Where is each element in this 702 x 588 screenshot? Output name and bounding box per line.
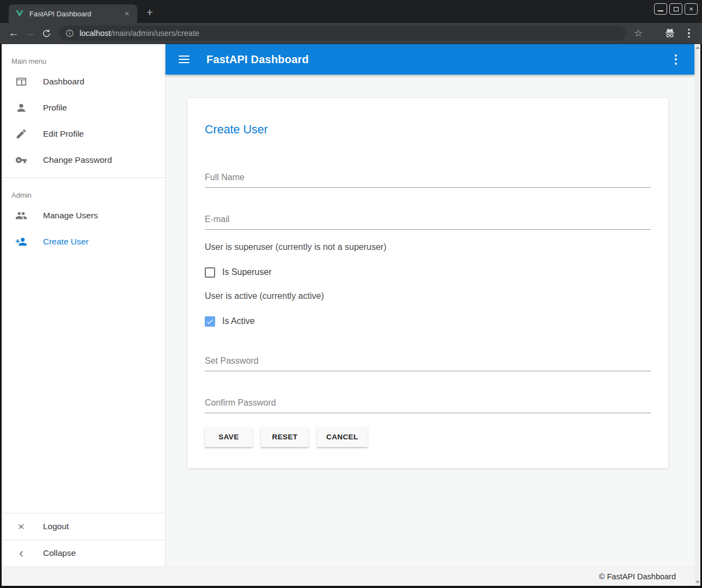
browser-toolbar: ← → localhost/main/admin/users/create ☆ <box>0 23 702 44</box>
incognito-icon <box>662 25 678 41</box>
main-area: FastAPI Dashboard Create User User is su… <box>166 44 694 566</box>
maximize-button[interactable] <box>669 3 682 15</box>
form-buttons: SAVE RESET CANCEL <box>205 427 651 447</box>
full-name-field-wrap <box>205 169 651 188</box>
checkmark-icon <box>206 317 214 326</box>
superuser-checkbox[interactable] <box>205 267 215 278</box>
forward-button[interactable]: → <box>22 25 38 41</box>
sidebar-item-label: Profile <box>43 103 67 113</box>
sidebar-section-admin: Admin <box>2 178 165 203</box>
appbar-menu-icon[interactable] <box>665 54 687 65</box>
people-icon <box>15 209 28 222</box>
browser-menu-icon[interactable] <box>681 29 697 38</box>
reset-button[interactable]: RESET <box>261 427 309 447</box>
url-text: localhost/main/admin/users/create <box>80 29 199 38</box>
superuser-hint: User is superuser (currently is not a su… <box>205 242 651 252</box>
sidebar-item-label: Create User <box>43 237 89 247</box>
sidebar-section-main-menu: Main menu <box>2 44 165 69</box>
person-icon <box>15 101 28 114</box>
sidebar-item-profile[interactable]: Profile <box>2 95 165 121</box>
app-title: FastAPI Dashboard <box>206 53 309 66</box>
sidebar-item-logout[interactable]: × Logout <box>2 513 165 540</box>
sidebar-item-change-password[interactable]: Change Password <box>2 147 165 173</box>
sidebar-item-manage-users[interactable]: Manage Users <box>2 203 165 229</box>
url-path: /main/admin/users/create <box>111 29 199 38</box>
page-footer: © FastAPI Dashboard <box>2 566 694 586</box>
sidebar-item-label: Collapse <box>43 548 76 558</box>
active-hint: User is active (currently active) <box>205 291 651 301</box>
person-add-icon <box>15 235 28 248</box>
sidebar-item-edit-profile[interactable]: Edit Profile <box>2 121 165 147</box>
window-controls: × <box>654 3 698 15</box>
content-area: Create User User is superuser (currently… <box>166 75 694 566</box>
scroll-down-icon[interactable] <box>695 581 700 584</box>
save-button[interactable]: SAVE <box>205 427 253 447</box>
superuser-checkbox-label: Is Superuser <box>222 267 272 277</box>
scrollbar[interactable] <box>694 44 700 586</box>
active-checkbox[interactable] <box>205 316 215 327</box>
sidebar-item-dashboard[interactable]: Dashboard <box>2 69 165 95</box>
app-bar: FastAPI Dashboard <box>166 44 694 75</box>
tab-title: FastAPI Dashboard <box>29 10 122 18</box>
logout-cross-icon: × <box>15 520 28 533</box>
page: Main menu Dashboard Profile <box>2 44 700 586</box>
copyright-text: © FastAPI Dashboard <box>599 572 676 581</box>
site-info-icon[interactable] <box>65 29 74 38</box>
sidebar-item-label: Dashboard <box>43 77 84 87</box>
sidebar-item-label: Logout <box>43 522 69 531</box>
close-button[interactable]: × <box>685 3 698 15</box>
back-button[interactable]: ← <box>5 25 22 41</box>
set-password-field-wrap <box>205 353 651 371</box>
confirm-password-field-wrap <box>205 395 651 413</box>
active-checkbox-label: Is Active <box>222 316 255 326</box>
sidebar: Main menu Dashboard Profile <box>2 44 166 566</box>
browser-titlebar: FastAPI Dashboard × + × <box>0 0 702 23</box>
vue-logo-icon <box>15 9 24 18</box>
url-host: localhost <box>80 29 111 38</box>
hamburger-menu-icon[interactable] <box>179 56 190 63</box>
sidebar-item-create-user[interactable]: Create User <box>2 229 165 255</box>
sidebar-item-label: Edit Profile <box>43 129 84 139</box>
browser-tab[interactable]: FastAPI Dashboard × <box>9 4 137 23</box>
tab-close-icon[interactable]: × <box>122 9 132 19</box>
sidebar-item-label: Manage Users <box>43 211 98 220</box>
page-title: Create User <box>205 123 651 137</box>
confirm-password-input[interactable] <box>205 395 651 413</box>
maximize-icon <box>674 7 679 11</box>
superuser-checkbox-row: Is Superuser <box>205 266 651 279</box>
key-icon <box>15 154 28 167</box>
full-name-input[interactable] <box>205 169 651 188</box>
create-user-card: Create User User is superuser (currently… <box>187 98 668 468</box>
close-icon: × <box>689 5 693 13</box>
chevron-left-icon: ‹ <box>15 547 28 560</box>
cancel-button[interactable]: CANCEL <box>317 427 368 447</box>
sidebar-item-collapse[interactable]: ‹ Collapse <box>2 540 165 566</box>
pencil-icon <box>15 127 28 140</box>
sidebar-item-label: Change Password <box>43 155 112 165</box>
set-password-input[interactable] <box>205 353 651 371</box>
dashboard-icon <box>15 75 28 88</box>
email-field-wrap <box>205 211 651 230</box>
active-checkbox-row: Is Active <box>205 315 651 328</box>
reload-button[interactable] <box>38 25 54 41</box>
minimize-button[interactable] <box>654 3 667 15</box>
scroll-up-icon[interactable] <box>695 46 700 49</box>
address-bar[interactable]: localhost/main/admin/users/create <box>59 26 626 41</box>
bookmark-star-icon[interactable]: ☆ <box>630 25 646 41</box>
minimize-icon <box>658 10 663 11</box>
new-tab-button[interactable]: + <box>142 5 158 21</box>
email-input[interactable] <box>205 211 651 230</box>
